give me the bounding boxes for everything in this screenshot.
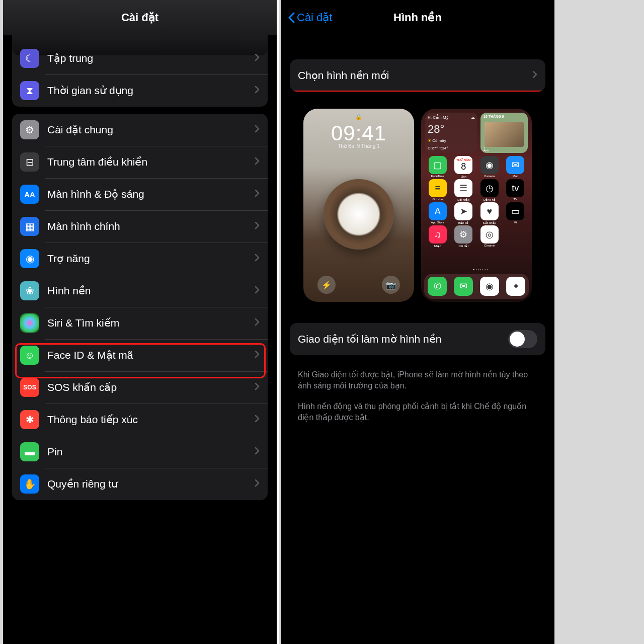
- battery-icon: ▬: [20, 442, 39, 461]
- app-icon: ✉Mail: [503, 156, 528, 178]
- row-label: Hình nền: [47, 285, 255, 297]
- app-icon: ◎Chrome: [477, 225, 502, 248]
- row-label: Tập trung: [47, 52, 255, 64]
- settings-row-wallpaper[interactable]: ❀Hình nền: [12, 275, 268, 307]
- chevron-right-icon: [255, 447, 260, 457]
- row-label: Cài đặt chung: [47, 124, 255, 136]
- row-label: SOS khẩn cấp: [47, 381, 255, 393]
- app-icon: ◉Camera: [477, 156, 502, 178]
- lock-screen-preview[interactable]: 🔒 09:41 Thứ Ba, 9 Tháng 1 ⚡ 📷: [303, 109, 414, 302]
- weather-widget: H. Cẩm Mỹ☁ 28° ☀ Có mây C:27° T:34°: [425, 113, 477, 153]
- siri-icon: [20, 313, 39, 333]
- page-title: Hình nền: [393, 11, 442, 24]
- app-grid: ▢FaceTimeTHỨ NĂM8Lịch◉Camera✉Mail≡Ghi ch…: [425, 156, 528, 248]
- page-title: Cài đặt: [121, 11, 158, 24]
- dock: ✆✉◉✦: [424, 274, 529, 299]
- settings-row-faceid[interactable]: ☺Face ID & Mật mã: [12, 339, 268, 371]
- chevron-right-icon: [255, 125, 260, 135]
- settings-row-accessibility[interactable]: ◉Trợ năng: [12, 243, 268, 275]
- choose-wallpaper-row[interactable]: Chọn hình nền mới: [290, 59, 545, 92]
- settings-row-home-screen[interactable]: ▦Màn hình chính: [12, 210, 268, 243]
- app-icon: ♥Sức khỏe: [477, 202, 502, 224]
- coffee-cup-image: [324, 179, 394, 250]
- settings-row-gear[interactable]: ⚙Cài đặt chung: [12, 114, 268, 146]
- chevron-right-icon: [255, 189, 260, 199]
- dark-appearance-group: Giao diện tối làm mờ hình nền: [290, 323, 545, 355]
- back-button[interactable]: Cài đặt: [288, 11, 332, 24]
- settings-row-hourglass[interactable]: ⧗Thời gian sử dụng: [12, 74, 268, 107]
- nav-header: Cài đặt Hình nền: [281, 0, 554, 35]
- toggle-knob: [510, 332, 525, 347]
- chevron-right-icon: [255, 286, 260, 296]
- accessibility-icon: ◉: [20, 249, 39, 268]
- chevron-right-icon: [255, 318, 260, 328]
- app-icon: THỨ NĂM8Lịch: [451, 156, 476, 178]
- settings-row-control-center[interactable]: ⊟Trung tâm điều khiển: [12, 146, 268, 178]
- chevron-right-icon: [532, 70, 537, 80]
- back-label: Cài đặt: [297, 11, 332, 24]
- wallpaper-preview-area: 🔒 09:41 Thứ Ba, 9 Tháng 1 ⚡ 📷 H. Cẩm Mỹ☁…: [281, 99, 554, 316]
- sos-icon: SOS: [20, 378, 39, 397]
- wallpaper-detail-panel: Cài đặt Hình nền Chọn hình nền mới 🔒 09:…: [281, 0, 554, 644]
- settings-group-focus: ☾Tập trung⧗Thời gian sử dụng: [12, 42, 268, 107]
- row-label: Thời gian sử dụng: [47, 85, 255, 97]
- dock-app-icon: ✦: [506, 277, 525, 296]
- flashlight-icon: ⚡: [317, 276, 336, 294]
- chevron-right-icon: [255, 86, 260, 96]
- app-icon: ≡Ghi chú: [425, 179, 450, 201]
- row-label: Pin: [47, 446, 255, 458]
- row-label: Face ID & Mật mã: [47, 349, 255, 361]
- footer-text-1: Khi Giao diện tối được bật, iPhone sẽ là…: [281, 362, 554, 399]
- dark-dim-toggle[interactable]: [508, 330, 537, 348]
- choose-wallpaper-label: Chọn hình nền mới: [298, 69, 532, 82]
- row-label: Trợ năng: [47, 253, 255, 265]
- privacy-icon: ✋: [20, 474, 39, 494]
- faceid-icon: ☺: [20, 346, 39, 365]
- settings-group-general: ⚙Cài đặt chung⊟Trung tâm điều khiểnAAMàn…: [12, 114, 268, 500]
- row-label: Trung tâm điều khiển: [47, 156, 255, 168]
- dock-app-icon: ✉: [454, 277, 473, 296]
- wallpaper-group: Chọn hình nền mới: [290, 59, 545, 92]
- settings-list-panel: Cài đặt ☾Tập trung⧗Thời gian sử dụng ⚙Cà…: [3, 0, 277, 644]
- app-icon: ▢FaceTime: [425, 156, 450, 178]
- settings-row-battery[interactable]: ▬Pin: [12, 436, 268, 468]
- app-icon: ▭Ví: [503, 202, 528, 224]
- settings-row-siri[interactable]: Siri & Tìm kiếm: [12, 307, 268, 339]
- row-label: Siri & Tìm kiếm: [47, 317, 255, 329]
- settings-row-exposure[interactable]: ✱Thông báo tiếp xúc: [12, 404, 268, 436]
- settings-row-moon[interactable]: ☾Tập trung: [12, 42, 268, 74]
- settings-row-sos[interactable]: SOSSOS khẩn cấp: [12, 371, 268, 404]
- exposure-icon: ✱: [20, 410, 39, 429]
- chevron-right-icon: [255, 415, 260, 425]
- settings-row-display[interactable]: AAMàn hình & Độ sáng: [12, 178, 268, 210]
- home-screen-preview[interactable]: H. Cẩm Mỹ☁ 28° ☀ Có mây C:27° T:34° 10 T…: [421, 109, 532, 302]
- app-icon: ⚙Cài đặt: [451, 225, 476, 248]
- chevron-right-icon: [255, 157, 260, 167]
- dark-dim-label: Giao diện tối làm mờ hình nền: [298, 333, 508, 345]
- footer-text-2: Hình nền động và thu phóng phối cảnh bị …: [281, 399, 554, 431]
- app-icon: AApp Store: [425, 202, 450, 224]
- app-icon: ◷Đồng hồ: [477, 179, 502, 201]
- row-label: Màn hình chính: [47, 220, 255, 232]
- chevron-right-icon: [255, 221, 260, 231]
- control-center-icon: ⊟: [20, 152, 39, 172]
- app-icon: ♫Nhạc: [425, 225, 450, 248]
- home-screen-icon: ▦: [20, 217, 39, 236]
- dark-dim-row: Giao diện tối làm mờ hình nền: [290, 323, 545, 355]
- row-label: Màn hình & Độ sáng: [47, 188, 255, 200]
- dock-app-icon: ✆: [428, 277, 447, 296]
- app-icon: [503, 225, 528, 248]
- nav-header: Cài đặt: [3, 0, 277, 35]
- lock-date: Thứ Ba, 9 Tháng 1: [338, 143, 379, 149]
- settings-row-privacy[interactable]: ✋Quyền riêng tư: [12, 468, 268, 500]
- app-icon: ➤Bản đồ: [451, 202, 476, 224]
- app-icon: ☰Lời nhắc: [451, 179, 476, 201]
- dock-app-icon: ◉: [480, 277, 499, 296]
- chevron-right-icon: [255, 53, 260, 63]
- photo-widget: 10 THÁNG 6 Ảnh: [480, 113, 528, 153]
- moon-icon: ☾: [20, 49, 39, 68]
- wallpaper-icon: ❀: [20, 281, 39, 300]
- lock-time: 09:41: [331, 121, 386, 145]
- chevron-right-icon: [255, 479, 260, 489]
- app-icon: tvTV: [503, 179, 528, 201]
